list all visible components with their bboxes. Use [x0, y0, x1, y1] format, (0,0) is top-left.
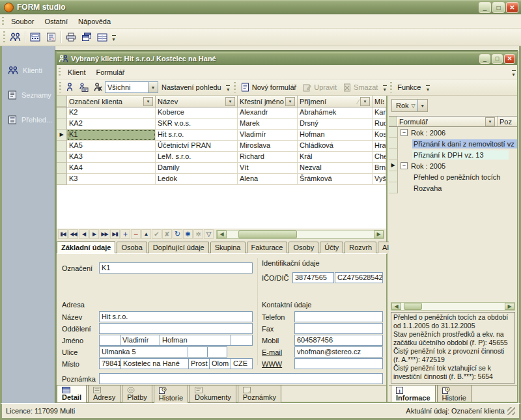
menu-grip[interactable] [58, 68, 61, 76]
nav-cancel-button[interactable]: ✘ [162, 229, 172, 239]
scroll-right-icon[interactable]: ▶ [374, 231, 384, 238]
tab-zakladni-udaje[interactable]: Základní údaje [57, 241, 115, 253]
close-button[interactable]: ✕ [506, 2, 518, 13]
group-by-rok-button[interactable]: Rok ▽ [391, 99, 428, 112]
scroll-right-icon[interactable]: ▶ [505, 303, 514, 310]
toolbar-overflow-icon[interactable] [225, 81, 232, 94]
menu-ostatni[interactable]: Ostatní [39, 16, 72, 27]
tab-platby[interactable]: Platby [122, 385, 152, 403]
menu-formular[interactable]: Formulář [91, 66, 130, 78]
column-filter-icon[interactable] [485, 117, 495, 126]
oddeleni-field[interactable] [99, 323, 253, 334]
nav-refresh-button[interactable]: ↻ [173, 229, 182, 239]
tab-doplnujici-udaje[interactable]: Doplňující údaje [148, 242, 209, 253]
sidebar-item-seznamy[interactable]: Seznamy [2, 87, 55, 104]
dropdown-icon[interactable] [148, 82, 158, 92]
table-toolbar-button[interactable] [94, 30, 110, 44]
table-row-selected[interactable]: ▶ K1 Hit s.r.o. Vladimír Hofman Kost [57, 130, 386, 141]
resize-grip[interactable] [507, 407, 515, 415]
ulice-field[interactable]: Ulmanka 5 [99, 346, 188, 357]
lists-toolbar-button[interactable]: z [43, 30, 59, 44]
nav-bookmark-button[interactable]: ✱ [183, 229, 193, 239]
toolbar-grip[interactable] [233, 82, 236, 92]
column-filter-icon[interactable] [225, 97, 235, 106]
menu-grip[interactable] [1, 17, 5, 25]
maximize-button[interactable]: □ [492, 2, 505, 13]
tab-dokumenty[interactable]: Dokumenty [190, 385, 236, 403]
okres-field[interactable]: Prost [188, 358, 210, 369]
nav-fast-next-button[interactable]: ▶▶ [100, 229, 109, 239]
client-minimize-button[interactable]: _ [479, 54, 490, 64]
tab-ucty[interactable]: Účty [320, 242, 343, 253]
client-close-button[interactable]: ✕ [504, 54, 515, 64]
view-settings-button[interactable]: Nastavení pohledu [158, 82, 225, 92]
column-header-oznaceni[interactable]: Označení klienta [67, 96, 156, 107]
tab-skupina[interactable]: Skupina [210, 242, 246, 253]
telefon-field[interactable] [294, 311, 383, 322]
toolbar-grip[interactable] [59, 82, 62, 92]
forms-horizontal-scrollbar[interactable]: ◀ ▶ [391, 302, 515, 311]
edit-form-button[interactable]: Upravit [300, 82, 340, 93]
tab-osoby[interactable]: Osoby [289, 242, 318, 253]
menu-overflow-icon[interactable] [510, 66, 517, 79]
nav-last-button[interactable]: ▶▮ [110, 229, 120, 239]
scroll-left-icon[interactable]: ◀ [391, 303, 401, 310]
client-delete-button[interactable] [91, 80, 105, 94]
column-filter-icon[interactable] [285, 97, 295, 106]
toolbar-grip[interactable] [389, 82, 393, 92]
table-row[interactable]: K3 Ledok Alena Šrámková Vyšk [57, 174, 386, 185]
email-link-label[interactable]: E-mail [262, 348, 282, 356]
toolbar-overflow-icon[interactable] [110, 31, 117, 44]
nav-prev-button[interactable]: ◀ [79, 229, 89, 239]
poznamka-field[interactable] [99, 373, 383, 384]
toolbar-overflow-icon[interactable] [424, 81, 431, 94]
menu-napoveda[interactable]: Nápověda [73, 16, 116, 27]
minimize-button[interactable]: _ [479, 2, 491, 13]
nav-edit-button[interactable]: ▲ [141, 229, 151, 239]
nav-first-button[interactable]: ▮◀ [58, 229, 68, 239]
column-header-prijmeni[interactable]: Příjmení∕ [298, 96, 373, 107]
scroll-thumb[interactable] [404, 303, 422, 310]
sidebar-item-prehled[interactable]: Přehled... [2, 111, 55, 128]
nav-delete-button[interactable]: − [131, 229, 141, 239]
kraj-field[interactable]: Olom [209, 358, 231, 369]
stat-field[interactable]: CZE [231, 358, 253, 369]
tab-historie-panel[interactable]: Historie [437, 385, 472, 402]
co-field[interactable] [207, 346, 227, 357]
clients-toolbar-button[interactable] [7, 30, 23, 44]
sidebar-item-klienti[interactable]: Klienti [2, 62, 55, 79]
dropdown-icon[interactable] [417, 100, 427, 111]
tab-informace[interactable]: i Informace [391, 385, 436, 402]
toolbar-grip[interactable] [3, 31, 6, 43]
grid-horizontal-scrollbar[interactable]: ◀ ▶ [216, 230, 384, 239]
tree-item-row[interactable]: Přehled o peněžních tocích [389, 171, 517, 182]
psc-field[interactable]: 79841 [99, 358, 121, 369]
delete-form-button[interactable]: Smazat [340, 82, 381, 93]
scroll-left-icon[interactable]: ◀ [217, 231, 227, 238]
tree-item-row[interactable]: Rozvaha [389, 182, 517, 193]
tab-poznamky[interactable]: Poznámky [238, 385, 281, 403]
tree-item-row[interactable]: Přiznání k DPH vz. 13 [389, 149, 517, 160]
www-field[interactable] [294, 358, 383, 369]
functions-button[interactable]: Funkce [394, 82, 424, 92]
jmeno-field[interactable]: Vladimír [120, 335, 160, 346]
column-header-nazev[interactable]: Název [156, 96, 238, 107]
client-new-button[interactable] [63, 80, 76, 94]
column-header-krestni[interactable]: Křestní jméno [238, 96, 298, 107]
titul-field[interactable] [99, 335, 120, 346]
tab-detail[interactable]: Detail [57, 385, 87, 403]
nav-post-button[interactable]: ✔ [152, 229, 162, 239]
misto-field[interactable]: Kostelec na Hané [120, 358, 189, 369]
table-row[interactable]: K2 Koberce Alexandr Abrahámek Karv [57, 107, 386, 119]
email-field[interactable]: vhofman@stereo.cz [294, 346, 383, 357]
nazev-field[interactable]: Hit s.r.o. [99, 311, 253, 322]
table-row[interactable]: KA2 SKR v.o.s. Marek Drsný Rudn [57, 119, 386, 130]
nav-filter-icon[interactable]: ▽ [204, 229, 214, 239]
www-link-label[interactable]: WWW [262, 360, 282, 368]
table-row[interactable]: KA5 Účetnictví PRAN Miroslava Chládková … [57, 141, 386, 152]
table-row[interactable]: KA3 LeM. s.r.o. Richard Král Cheb [57, 152, 386, 163]
mobil-field[interactable]: 604587456 [294, 335, 383, 346]
tree-group-row[interactable]: −Rok : 2006 [389, 127, 517, 138]
print-toolbar-button[interactable] [63, 30, 79, 44]
client-maximize-button[interactable]: □ [492, 54, 503, 64]
